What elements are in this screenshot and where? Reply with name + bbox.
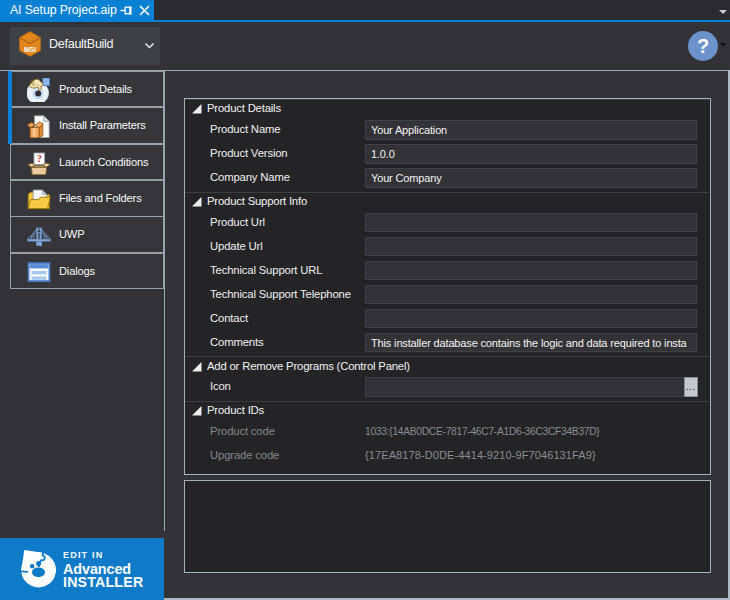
svg-text:MSI: MSI bbox=[24, 46, 36, 53]
svg-text:?: ? bbox=[37, 154, 42, 164]
